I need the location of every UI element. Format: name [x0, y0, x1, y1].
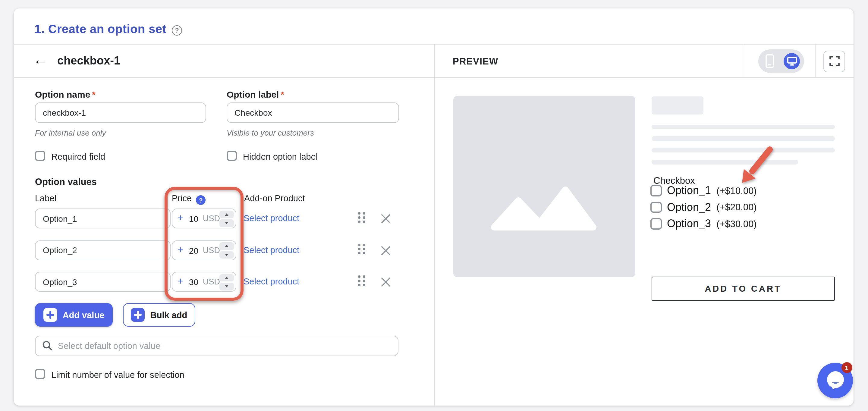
device-toggle[interactable] — [758, 49, 804, 73]
stepper-up-button[interactable] — [219, 274, 234, 281]
required-field-label: Required field — [51, 152, 105, 161]
stepper-down-button[interactable] — [219, 283, 234, 290]
price-field[interactable]: + 20 USD — [172, 240, 236, 260]
divider — [14, 44, 854, 44]
value-label-input[interactable] — [35, 240, 170, 260]
fullscreen-icon — [829, 56, 839, 67]
option-name-helper: For internal use only — [35, 128, 106, 137]
preview-option-price: (+$30.00) — [716, 218, 757, 229]
skeleton-line — [651, 160, 798, 164]
plus-sign: + — [178, 276, 184, 287]
column-header-addon: Add-on Product — [244, 193, 305, 203]
desktop-view-button[interactable] — [784, 53, 800, 69]
price-value[interactable]: 20 — [189, 246, 198, 255]
skeleton-title — [651, 96, 703, 115]
remove-value-button[interactable] — [380, 213, 392, 227]
select-product-link[interactable]: Select product — [244, 277, 299, 286]
select-product-link[interactable]: Select product — [244, 213, 299, 223]
price-field[interactable]: + 10 USD — [172, 209, 236, 228]
option-set-name: checkbox-1 — [57, 54, 120, 67]
plus-sign: + — [178, 212, 184, 224]
product-image-placeholder — [453, 96, 635, 277]
price-stepper[interactable] — [219, 242, 234, 258]
back-arrow-icon[interactable]: ← — [33, 52, 48, 67]
stepper-up-button[interactable] — [219, 211, 234, 218]
preview-option-name: Option_2 — [667, 201, 711, 214]
option-name-label: Option name* — [35, 89, 96, 99]
preview-option-price: (+$10.00) — [716, 185, 757, 196]
stepper-up-button[interactable] — [219, 242, 234, 250]
column-header-label: Label — [35, 193, 56, 203]
hidden-option-label-checkbox[interactable] — [227, 151, 237, 161]
preview-checkbox[interactable] — [650, 202, 661, 213]
divider — [815, 44, 815, 77]
skeleton-line — [651, 136, 835, 141]
option-values-heading: Option values — [35, 177, 97, 187]
skeleton-line — [651, 148, 835, 153]
price-field[interactable]: + 30 USD — [172, 272, 236, 292]
divider — [14, 77, 854, 77]
preview-checkbox[interactable] — [650, 185, 661, 196]
stepper-down-button[interactable] — [219, 251, 234, 258]
remove-value-button[interactable] — [380, 276, 392, 290]
page: 1. Create an option set? ← checkbox-1 PR… — [0, 0, 868, 411]
mountains-icon — [488, 186, 598, 233]
monitor-icon — [787, 56, 797, 65]
option-label-label: Option label* — [227, 89, 284, 99]
drag-handle-icon[interactable] — [358, 244, 365, 254]
preview-option-row: Option_1 (+$10.00) — [650, 184, 757, 197]
preview-title: PREVIEW — [453, 56, 498, 67]
add-to-cart-button[interactable]: ADD TO CART — [651, 277, 835, 301]
preview-option-name: Option_3 — [667, 218, 711, 230]
preview-option-name: Option_1 — [667, 184, 711, 197]
price-stepper[interactable] — [219, 274, 234, 290]
search-icon — [42, 341, 53, 351]
stepper-down-button[interactable] — [219, 219, 234, 227]
price-help-icon[interactable]: ? — [196, 195, 206, 205]
hidden-option-label-label: Hidden option label — [243, 152, 318, 161]
limit-values-checkbox[interactable] — [35, 369, 45, 379]
currency-label: USD — [203, 246, 220, 255]
preview-checkbox[interactable] — [650, 218, 661, 230]
skeleton-line — [651, 124, 835, 129]
help-icon[interactable]: ? — [172, 25, 182, 36]
preview-option-price: (+$20.00) — [716, 202, 757, 213]
panel-divider — [434, 44, 435, 406]
add-value-button[interactable]: Add value — [35, 303, 113, 327]
currency-label: USD — [203, 214, 220, 223]
drag-handle-icon[interactable] — [358, 276, 365, 286]
mobile-view-button[interactable] — [758, 54, 781, 68]
price-value[interactable]: 30 — [189, 277, 198, 287]
plus-icon — [131, 308, 145, 322]
chat-notification-badge: 1 — [841, 362, 852, 373]
value-label-input[interactable] — [35, 209, 170, 228]
bulk-add-button[interactable]: Bulk add — [123, 303, 195, 327]
phone-icon — [765, 54, 774, 68]
option-label-input[interactable] — [227, 102, 399, 123]
chat-icon — [825, 370, 845, 390]
fullscreen-button[interactable] — [824, 51, 845, 72]
preview-option-row: Option_3 (+$30.00) — [650, 218, 757, 230]
plus-sign: + — [178, 244, 184, 256]
price-stepper[interactable] — [219, 211, 234, 227]
price-value[interactable]: 10 — [189, 214, 198, 224]
default-value-select[interactable] — [35, 335, 398, 356]
page-title: 1. Create an option set? — [34, 22, 182, 36]
limit-values-label: Limit number of value for selection — [51, 370, 184, 380]
option-set-card: 1. Create an option set? ← checkbox-1 PR… — [14, 8, 854, 406]
value-label-input[interactable] — [35, 272, 170, 292]
plus-icon — [43, 308, 57, 322]
remove-value-button[interactable] — [380, 244, 392, 259]
select-product-link[interactable]: Select product — [244, 245, 299, 255]
preview-option-row: Option_2 (+$20.00) — [650, 201, 757, 214]
option-name-input[interactable] — [35, 102, 206, 123]
required-field-checkbox[interactable] — [35, 151, 45, 161]
drag-handle-icon[interactable] — [358, 212, 365, 223]
default-value-input[interactable] — [58, 341, 391, 350]
currency-label: USD — [203, 277, 220, 286]
divider — [743, 44, 743, 77]
column-header-price: Price? — [172, 193, 206, 205]
option-label-helper: Visible to your customers — [227, 128, 314, 137]
